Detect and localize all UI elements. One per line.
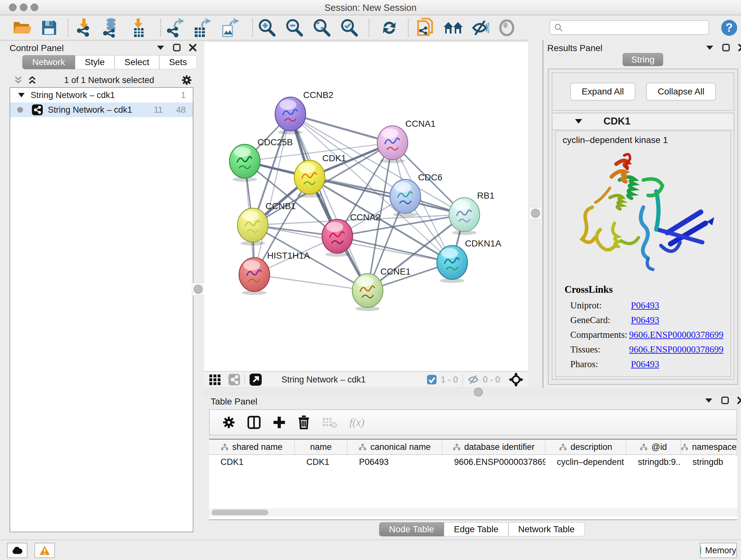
network-node-ccne1[interactable]: CCNE1 — [352, 266, 411, 311]
cloud-icon — [11, 546, 23, 555]
scrollbar-thumb[interactable] — [212, 509, 268, 515]
table-row[interactable]: CDK1CDK1P064939606.ENSP00000378699cyclin… — [209, 455, 737, 469]
export-table-icon[interactable] — [190, 18, 213, 38]
horizontal-splitter-handle[interactable] — [474, 388, 483, 396]
tree-expand-icon[interactable] — [18, 92, 25, 98]
add-column-icon[interactable] — [273, 416, 286, 429]
toolbar-separator — [245, 374, 245, 385]
close-panel-icon[interactable] — [737, 396, 741, 404]
network-node-cdc6[interactable]: CDC6 — [390, 172, 442, 217]
network-row[interactable]: String Network – cdk1 11 48 — [10, 103, 193, 117]
import-network-icon[interactable] — [73, 18, 96, 38]
panel-menu-icon[interactable] — [705, 45, 714, 50]
table-horizontal-scrollbar[interactable] — [209, 508, 737, 516]
panel-menu-icon[interactable] — [704, 398, 713, 403]
network-edge[interactable] — [337, 236, 452, 262]
grid-view-icon[interactable] — [209, 374, 221, 385]
open-session-icon[interactable] — [10, 18, 33, 38]
save-session-icon[interactable] — [38, 18, 61, 38]
crosslink-link[interactable]: P06493 — [631, 300, 659, 311]
network-graph[interactable]: CCNB2CCNA1CDC25BCDK1CDC6RB1CCNB1CCNA2CDK… — [204, 42, 528, 371]
collapse-all-icon[interactable] — [13, 76, 23, 84]
share-document-icon[interactable] — [414, 18, 436, 38]
float-panel-icon[interactable] — [173, 44, 181, 51]
show-all-icon[interactable] — [495, 18, 518, 38]
cdk1-entry-header[interactable]: CDK1 — [552, 113, 734, 130]
open-in-window-icon[interactable] — [250, 374, 262, 386]
column-header-database-identifier[interactable]: database identifier — [443, 440, 545, 454]
crosslink-link[interactable]: P06493 — [631, 315, 659, 325]
crosslink-row: Compartments:9606.ENSP00000378699 — [570, 327, 724, 342]
zoom-in-icon[interactable] — [255, 18, 278, 38]
zoom-out-icon[interactable] — [283, 18, 306, 38]
crosslink-link[interactable]: 9606.ENSP00000378699 — [629, 344, 724, 355]
column-header-namespace[interactable]: namespace — [681, 440, 737, 454]
home-icon[interactable] — [442, 18, 465, 38]
crosslink-label: Pharos: — [570, 359, 631, 369]
column-header-name[interactable]: name — [295, 440, 347, 454]
table-cell: CDK1 — [295, 455, 347, 469]
horizontal-splitter[interactable] — [204, 387, 741, 396]
zoom-fit-icon[interactable] — [310, 18, 333, 38]
search-box[interactable] — [549, 20, 709, 35]
network-node-rb1[interactable]: RB1 — [449, 191, 494, 235]
export-image-icon[interactable] — [218, 18, 241, 38]
refresh-view-icon[interactable] — [378, 18, 401, 38]
entry-collapse-icon[interactable] — [575, 119, 583, 124]
show-columns-icon[interactable] — [247, 416, 261, 429]
network-edge[interactable] — [254, 274, 367, 291]
network-view-icon[interactable] — [228, 374, 240, 385]
column-header-shared-name[interactable]: shared name — [209, 440, 295, 454]
tab-network[interactable]: Network — [22, 55, 75, 69]
table-settings-gear-icon[interactable] — [222, 416, 235, 429]
cloud-button[interactable] — [7, 543, 27, 558]
float-panel-icon[interactable] — [721, 396, 729, 404]
help-icon[interactable]: ? — [721, 20, 737, 36]
panel-menu-icon[interactable] — [156, 45, 165, 50]
table-cell: CDK1 — [209, 455, 295, 469]
hide-selected-icon[interactable] — [468, 18, 491, 38]
tab-string[interactable]: String — [623, 55, 663, 65]
warnings-button[interactable] — [35, 543, 55, 558]
column-header--id[interactable]: @id — [626, 440, 681, 454]
close-panel-icon[interactable] — [738, 44, 741, 51]
network-edge[interactable] — [290, 114, 367, 291]
network-node-hist1h1a[interactable]: HIST1H1A — [239, 251, 310, 295]
results-panel-title: Results Panel — [547, 43, 603, 53]
table-panel-window-controls — [704, 396, 741, 404]
right-splitter-handle[interactable] — [529, 207, 542, 220]
float-panel-icon[interactable] — [722, 44, 730, 51]
memory-button[interactable]: Memory — [700, 543, 737, 558]
tab-node-table[interactable]: Node Table — [379, 522, 444, 537]
network-collection-row[interactable]: String Network – cdk1 1 — [10, 88, 193, 103]
crosslink-link[interactable]: P06493 — [631, 359, 659, 369]
import-table-icon[interactable] — [127, 18, 150, 38]
gear-icon[interactable] — [181, 75, 192, 85]
tab-edge-table[interactable]: Edge Table — [444, 522, 509, 537]
tab-style[interactable]: Style — [75, 55, 115, 69]
collapse-all-button[interactable]: Collapse All — [646, 83, 716, 101]
tab-network-table[interactable]: Network Table — [509, 522, 585, 537]
left-splitter-handle[interactable] — [192, 283, 205, 296]
network-node-ccnb2[interactable]: CCNB2 — [275, 90, 333, 134]
search-input[interactable] — [563, 22, 704, 33]
expand-all-icon[interactable] — [27, 76, 37, 84]
expand-all-button[interactable]: Expand All — [570, 83, 635, 101]
delete-trash-icon[interactable] — [298, 415, 310, 429]
selected-checkbox-icon[interactable] — [427, 374, 437, 385]
network-node-cdkn1a[interactable]: CDKN1A — [437, 239, 501, 283]
tab-sets[interactable]: Sets — [159, 55, 197, 69]
column-header-canonical-name[interactable]: canonical name — [347, 440, 443, 454]
export-network-icon[interactable] — [163, 18, 186, 38]
column-header-description[interactable]: description — [545, 440, 626, 454]
title-bar: Session: New Session — [0, 0, 741, 15]
import-database-icon[interactable] — [99, 18, 123, 38]
selected-count: 1 - 0 — [441, 375, 458, 385]
network-canvas[interactable]: CCNB2CCNA1CDC25BCDK1CDC6RB1CCNB1CCNA2CDK… — [204, 42, 528, 371]
crosslink-link[interactable]: 9606.ENSP00000378699 — [629, 329, 724, 340]
zoom-selected-icon[interactable] — [338, 18, 360, 38]
close-panel-icon[interactable] — [189, 44, 197, 51]
search-icon — [554, 23, 563, 32]
birdseye-crosshair-icon[interactable] — [509, 373, 523, 387]
tab-select[interactable]: Select — [115, 55, 159, 69]
